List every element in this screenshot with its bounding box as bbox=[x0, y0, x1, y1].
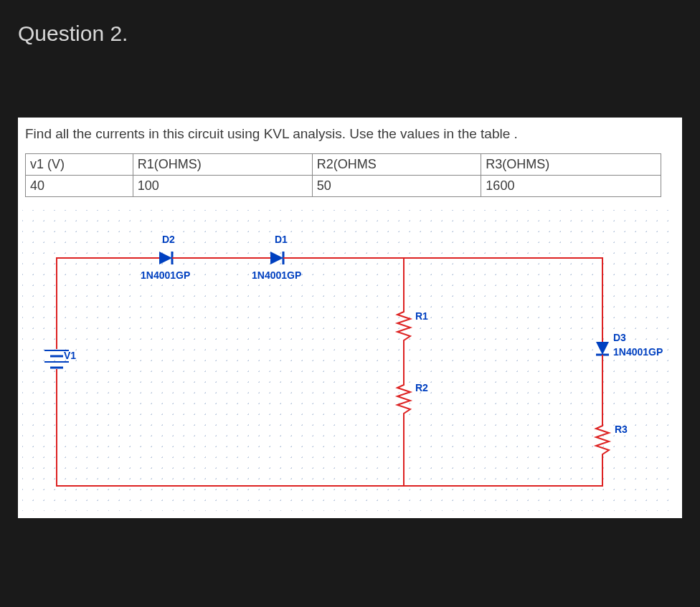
d1-label: D1 bbox=[275, 234, 288, 245]
wire bbox=[296, 257, 405, 259]
r1-label: R1 bbox=[415, 310, 428, 322]
d3-model: 1N4001GP bbox=[613, 346, 663, 358]
dot-grid bbox=[22, 210, 678, 511]
d2-model: 1N4001GP bbox=[141, 269, 190, 281]
v1-label: V1 bbox=[64, 350, 76, 361]
instruction-text: Find all the currents in this circuit us… bbox=[25, 126, 675, 142]
r2-label: R2 bbox=[415, 382, 428, 393]
resistor-r1-icon bbox=[394, 307, 413, 345]
values-table: v1 (V) R1(OHMS) R2(OHMS R3(OHMS) 40 100 … bbox=[25, 153, 661, 197]
circuit-diagram: D2 1N4001GP D1 1N4001GP V1 bbox=[22, 210, 678, 511]
wire bbox=[602, 257, 603, 336]
question-content: Find all the currents in this circuit us… bbox=[18, 118, 682, 518]
svg-marker-1 bbox=[159, 252, 172, 264]
resistor-r3-icon bbox=[593, 421, 612, 459]
table-cell: 40 bbox=[26, 176, 133, 197]
diode-d3-icon bbox=[595, 336, 610, 366]
table-cell: 1600 bbox=[481, 176, 661, 197]
table-header-row: v1 (V) R1(OHMS) R2(OHMS R3(OHMS) bbox=[26, 154, 661, 176]
table-cell: 50 bbox=[312, 176, 481, 197]
wire bbox=[185, 257, 260, 259]
wire bbox=[56, 376, 57, 486]
wire bbox=[403, 345, 405, 381]
wire bbox=[403, 418, 405, 486]
resistor-r2-icon bbox=[394, 381, 413, 418]
svg-marker-5 bbox=[270, 252, 283, 264]
d1-model: 1N4001GP bbox=[252, 269, 301, 281]
wire bbox=[602, 459, 603, 486]
svg-marker-15 bbox=[596, 342, 609, 355]
table-header: R2(OHMS bbox=[312, 154, 481, 176]
question-title: Question 2. bbox=[18, 21, 682, 46]
r3-label: R3 bbox=[615, 424, 628, 435]
d3-label: D3 bbox=[613, 332, 626, 343]
table-value-row: 40 100 50 1600 bbox=[26, 176, 661, 197]
wire bbox=[403, 257, 405, 307]
diode-d1-icon bbox=[260, 250, 296, 266]
table-header: v1 (V) bbox=[26, 154, 133, 176]
table-cell: 100 bbox=[133, 176, 312, 197]
d2-label: D2 bbox=[162, 234, 175, 245]
wire bbox=[56, 257, 149, 259]
wire bbox=[56, 485, 603, 487]
wire bbox=[403, 257, 603, 259]
diode-d2-icon bbox=[149, 250, 185, 266]
wire bbox=[56, 257, 57, 342]
table-header: R3(OHMS) bbox=[481, 154, 661, 176]
table-header: R1(OHMS) bbox=[133, 154, 312, 176]
wire bbox=[602, 366, 603, 421]
